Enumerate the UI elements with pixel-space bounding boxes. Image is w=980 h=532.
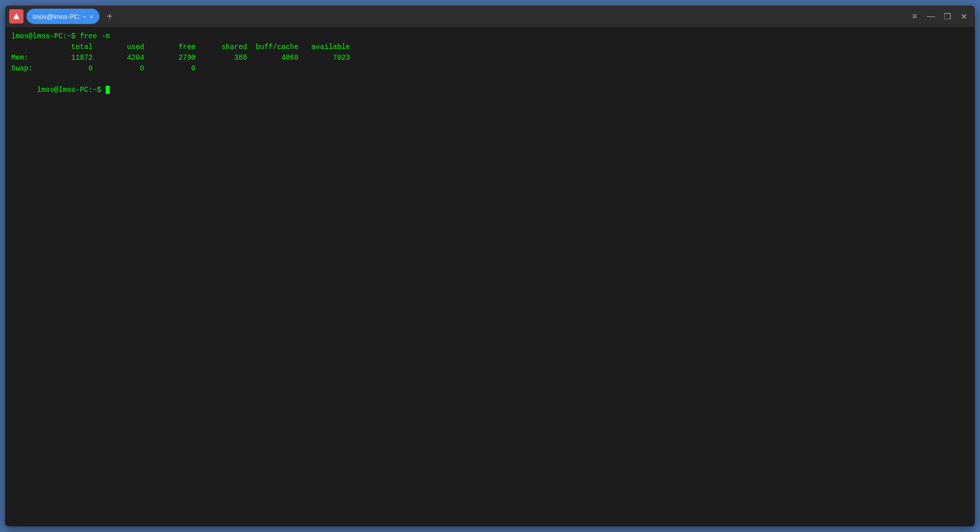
swap-row: Swap: 0 0 0 (11, 63, 969, 74)
tab-label: lmos@lmos-PC: ~ (33, 13, 86, 20)
terminal-output[interactable]: lmos@lmos-PC:~$ free -m total used free … (5, 27, 975, 526)
active-tab[interactable]: lmos@lmos-PC: ~ × (27, 9, 100, 24)
window-close-button[interactable]: ✕ (957, 9, 971, 23)
terminal-window: lmos@lmos-PC: ~ × + ≡ — ❒ ✕ lmos@lmos-PC… (5, 6, 975, 526)
prompt-text: lmos@lmos-PC:~$ (37, 86, 105, 94)
add-tab-button[interactable]: + (103, 9, 117, 23)
svg-marker-0 (13, 13, 19, 19)
command-line: lmos@lmos-PC:~$ free -m (11, 31, 969, 42)
tab-close-icon[interactable]: × (89, 13, 93, 20)
titlebar: lmos@lmos-PC: ~ × + ≡ — ❒ ✕ (5, 6, 975, 27)
app-icon-button[interactable] (9, 9, 23, 23)
window-minimize-button[interactable]: — (924, 9, 938, 23)
window-menu-button[interactable]: ≡ (908, 9, 922, 23)
app-logo-icon (13, 13, 20, 20)
mem-row: Mem: 11872 4204 2799 388 4868 7023 (11, 53, 969, 63)
free-header: total used free shared buff/cache availa… (11, 42, 969, 53)
window-maximize-button[interactable]: ❒ (940, 9, 954, 23)
prompt-line: lmos@lmos-PC:~$ (11, 74, 969, 106)
cursor (106, 86, 110, 94)
window-controls: ≡ — ❒ ✕ (908, 9, 971, 23)
